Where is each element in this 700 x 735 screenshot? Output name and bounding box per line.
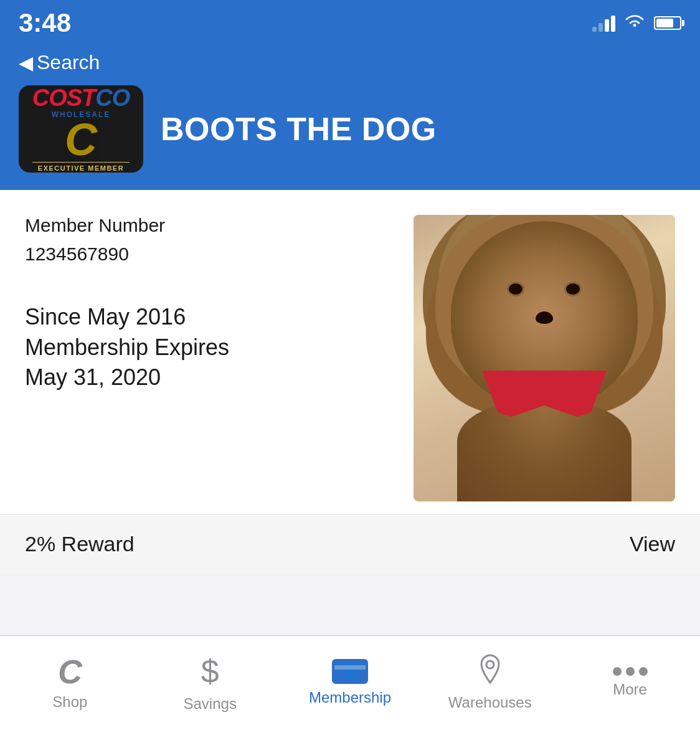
member-photo: [414, 215, 675, 501]
warehouses-icon: [476, 654, 504, 689]
member-number-value: 1234567890: [25, 244, 389, 265]
tab-more-label: More: [613, 681, 647, 698]
tab-savings[interactable]: $ Savings: [140, 653, 280, 713]
tab-membership[interactable]: 👤 Membership: [280, 659, 420, 706]
header-content: COSTCO WHOLESALE C EXECUTIVE MEMBER BOOT…: [19, 85, 681, 173]
tab-more[interactable]: More: [560, 667, 700, 698]
main-content: Member Number 1234567890 Since May 2016 …: [0, 190, 700, 574]
dog-eyes: [509, 283, 580, 295]
tab-membership-label: Membership: [309, 689, 391, 706]
back-chevron-icon: ◀: [19, 52, 33, 74]
more-icon: [613, 667, 648, 676]
tab-shop-label: Shop: [52, 693, 87, 711]
dog-nose: [536, 311, 553, 324]
tab-savings-label: Savings: [184, 695, 237, 713]
view-button[interactable]: View: [630, 532, 675, 556]
svg-point-0: [486, 661, 494, 668]
status-icons: [592, 13, 681, 34]
since-line1: Since May 2016: [25, 302, 389, 333]
back-label: Search: [37, 51, 100, 74]
expires-date: May 31, 2020: [25, 363, 389, 393]
wifi-icon: [624, 13, 645, 34]
member-number-label: Member Number: [25, 215, 389, 236]
tab-warehouses[interactable]: Warehouses: [420, 654, 560, 711]
member-name: BOOTS THE DOG: [161, 110, 437, 148]
savings-icon: $: [201, 653, 219, 690]
member-info-section: Member Number 1234567890 Since May 2016 …: [25, 215, 675, 514]
battery-icon: [654, 16, 681, 30]
status-time: 3:48: [19, 8, 71, 38]
membership-icon: 👤: [332, 659, 368, 684]
tab-bar: C Shop $ Savings 👤 Membership Warehouses…: [0, 635, 700, 735]
expires-line: Membership Expires: [25, 333, 389, 363]
back-button[interactable]: ◀ Search: [19, 51, 681, 74]
reward-text: 2% Reward: [25, 532, 135, 556]
signal-icon: [592, 14, 615, 32]
header: ◀ Search COSTCO WHOLESALE C EXECUTIVE ME…: [0, 44, 700, 190]
tab-warehouses-label: Warehouses: [448, 694, 532, 711]
reward-section: 2% Reward View: [0, 514, 700, 574]
member-details: Member Number 1234567890 Since May 2016 …: [25, 215, 414, 393]
costco-logo: COSTCO WHOLESALE C EXECUTIVE MEMBER: [19, 85, 143, 173]
dog-body: [457, 402, 631, 501]
status-bar: 3:48: [0, 0, 700, 44]
shop-icon: C: [58, 655, 82, 688]
member-since-text: Since May 2016 Membership Expires May 31…: [25, 302, 389, 393]
tab-shop[interactable]: C Shop: [0, 655, 140, 711]
